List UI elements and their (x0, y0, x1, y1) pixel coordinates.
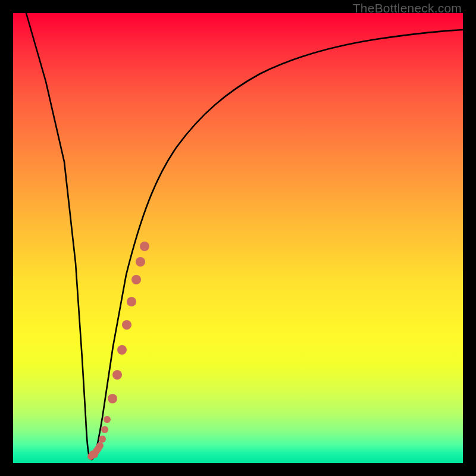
svg-point-14 (131, 275, 141, 284)
svg-point-13 (127, 297, 136, 306)
svg-point-9 (108, 394, 117, 403)
svg-point-8 (104, 416, 111, 423)
highlight-dots (87, 242, 149, 460)
svg-point-15 (136, 257, 145, 267)
svg-point-7 (101, 426, 108, 433)
chart-svg (13, 13, 463, 463)
svg-point-6 (99, 436, 106, 443)
bottleneck-curve (26, 13, 463, 459)
svg-point-16 (140, 242, 149, 251)
svg-point-5 (96, 442, 104, 449)
svg-point-11 (117, 345, 127, 355)
svg-point-10 (112, 370, 122, 380)
svg-point-12 (122, 320, 131, 330)
chart-frame: TheBottleneck.com (0, 0, 476, 476)
